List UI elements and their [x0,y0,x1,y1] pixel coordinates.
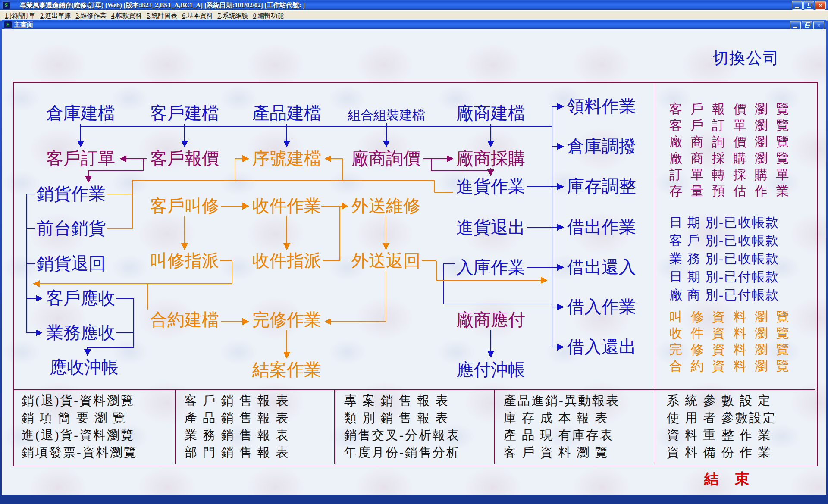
flow-node-payable-writeoff[interactable]: 應付沖帳 [456,361,525,379]
bottom-panel-2: 客 戶 銷 售 報 表產 品 銷 售 報 表業 務 銷 售 報 表部 門 銷 售… [185,392,289,461]
bottom-panel-4: 產品進銷-異動報表庫 存 成 本 報 表產 品 現 有庫存表客 戶 資 料 瀏 … [504,392,620,461]
right-panel-item[interactable]: 存 量 預 估 作 業 [669,182,815,199]
bottom-panel-item[interactable]: 系 統 參 數 設 定 [667,392,777,410]
right-panel-item[interactable]: 合 約 資 料 瀏 覽 [669,357,815,374]
flow-node-vendor-inquiry[interactable]: 廠商詢價 [351,150,420,167]
bottom-panel-item[interactable]: 專 案 銷 售 報 表 [344,392,460,410]
flow-node-vendor-setup[interactable]: 廠商建檔 [456,105,525,122]
flow-node-purchase-receiving[interactable]: 進貨作業 [456,178,525,195]
right-panel-item[interactable]: 客 戶 訂 單 瀏 覽 [669,117,815,133]
right-panel-item[interactable]: 廠 商 詢 價 瀏 覽 [669,133,815,150]
bottom-panel-item[interactable]: 銷 項 簡 要 瀏 覽 [22,410,138,427]
flow-node-repair-complete[interactable]: 完修作業 [252,311,321,329]
right-panel-account-group: 日 期 別-已收帳款客 戶 別-已收帳款業 務 別-已收帳款日 期 別-已付帳款… [669,214,815,304]
bottom-panel-item[interactable]: 類 別 銷 售 報 表 [344,410,460,427]
flow-node-intake-dispatch[interactable]: 收件指派 [252,252,321,269]
right-panel-item[interactable]: 廠 商 採 購 瀏 覽 [669,150,815,166]
right-panel-item[interactable]: 廠 商 別-已付帳款 [669,286,815,304]
flow-node-customer-quote[interactable]: 客戶報價 [150,150,219,167]
flow-node-repair-dispatch[interactable]: 叫修指派 [150,252,219,269]
bottom-panel-5: 系 統 參 數 設 定使 用 者 參數設定資 料 重 整 作 業資 料 備 份 … [667,392,777,461]
flow-node-contract-setup[interactable]: 合約建檔 [150,311,219,329]
right-panel-item[interactable]: 訂 單 轉 採 購 單 [669,166,815,182]
flow-node-inventory-adjust[interactable]: 庫存調整 [567,178,636,195]
application-window: S 專業萬事通進銷存(維修/訂單) (Web) [版本:B23_2,BS1_A,… [0,0,828,504]
bottom-panel-item[interactable]: 銷售交叉-分析報表 [344,427,460,444]
bottom-panel-item[interactable]: 產品進銷-異動報表 [504,392,620,410]
flow-node-customer-setup[interactable]: 客戶建檔 [150,105,219,122]
bottom-panel-item[interactable]: 銷(退)貨-資料瀏覽 [22,392,138,410]
flow-node-borrow-return-out[interactable]: 借入還出 [567,338,636,356]
flow-node-customer-order[interactable]: 客戶訂單 [46,150,115,167]
bottom-panel-item[interactable]: 進(退)貨-資料瀏覽 [22,427,138,444]
right-panel-repair-group: 叫 修 資 料 瀏 覽收 件 資 料 瀏 覽完 修 資 料 瀏 覽合 約 資 料… [669,308,815,374]
flow-node-purchase-return[interactable]: 進貨退出 [456,219,525,236]
bottom-panel-item[interactable]: 銷項發票-資料瀏覽 [22,444,138,461]
right-panel-item[interactable]: 收 件 資 料 瀏 覽 [669,325,815,341]
bottom-panel-1: 銷(退)貨-資料瀏覽銷 項 簡 要 瀏 覽進(退)貨-資料瀏覽銷項發票-資料瀏覽 [22,392,138,461]
flow-node-rep-receivable[interactable]: 業務應收 [46,324,115,341]
bottom-panel-item[interactable]: 資 料 備 份 作 業 [667,444,777,461]
flow-node-material-requisition[interactable]: 領料作業 [567,98,636,115]
flow-node-case-close[interactable]: 結案作業 [252,361,321,379]
flow-node-customer-receivable[interactable]: 客戶應收 [46,290,115,307]
flow-node-warehouse-in[interactable]: 入庫作業 [456,259,525,276]
bottom-panel-item[interactable]: 資 料 重 整 作 業 [667,427,777,444]
flow-node-vendor-purchase[interactable]: 廠商採購 [456,150,525,167]
bottom-panel-item[interactable]: 業 務 銷 售 報 表 [185,427,289,444]
flow-node-sales-operation[interactable]: 銷貨作業 [37,185,106,203]
flow-node-outsourced-repair[interactable]: 外送維修 [351,197,420,215]
flow-node-warehouse-transfer[interactable]: 倉庫調撥 [567,138,636,155]
exit-button[interactable]: 結 束 [704,469,756,489]
bottom-panel-item[interactable]: 產 品 銷 售 報 表 [185,410,289,427]
bottom-panel-item[interactable]: 客 戶 資 料 瀏 覽 [504,444,620,461]
bottom-panel-item[interactable]: 使 用 者 參數設定 [667,410,777,427]
right-panel-item[interactable]: 日 期 別-已付帳款 [669,268,815,286]
flow-node-assembly-setup[interactable]: 組合組裝建檔 [348,109,425,122]
right-panel-quote-group: 客 戶 報 價 瀏 覽客 戶 訂 單 瀏 覽廠 商 詢 價 瀏 覽廠 商 採 購… [669,100,815,199]
right-panel-item[interactable]: 完 修 資 料 瀏 覽 [669,341,815,357]
flow-node-serial-setup[interactable]: 序號建檔 [252,150,321,167]
bottom-panel-item[interactable]: 年度月份-銷售分析 [344,444,460,461]
flow-node-intake-operation[interactable]: 收件作業 [252,197,321,215]
bottom-panel-item[interactable]: 庫 存 成 本 報 表 [504,410,620,427]
right-panel-item[interactable]: 客 戶 別-已收帳款 [669,232,815,250]
right-panel-item[interactable]: 業 務 別-已收帳款 [669,250,815,268]
flow-node-lend-out[interactable]: 借出作業 [567,219,636,236]
flow-node-frontdesk-sales[interactable]: 前台銷貨 [37,220,106,237]
bottom-panel-item[interactable]: 部 門 銷 售 報 表 [185,444,289,461]
bottom-panel-item[interactable]: 產 品 現 有庫存表 [504,427,620,444]
flow-node-borrow-in[interactable]: 借入作業 [567,298,636,316]
flow-node-sales-return[interactable]: 銷貨退回 [37,255,106,272]
flow-node-outsourced-return[interactable]: 外送返回 [351,252,420,269]
flow-node-warehouse-setup[interactable]: 倉庫建檔 [46,105,115,122]
right-panel-item[interactable]: 客 戶 報 價 瀏 覽 [669,100,815,117]
bottom-panel-item[interactable]: 客 戶 銷 售 報 表 [185,392,289,410]
flow-node-product-setup[interactable]: 產品建檔 [252,105,321,122]
flow-node-customer-repair-call[interactable]: 客戶叫修 [150,197,219,215]
flow-node-vendor-payable[interactable]: 廠商應付 [456,311,525,329]
flow-node-receivable-writeoff[interactable]: 應收沖帳 [50,359,119,376]
right-panel-item[interactable]: 叫 修 資 料 瀏 覽 [669,308,815,325]
bottom-panel-3: 專 案 銷 售 報 表類 別 銷 售 報 表銷售交叉-分析報表年度月份-銷售分析 [344,392,460,461]
flow-node-lend-return-in[interactable]: 借出還入 [567,259,636,276]
right-panel-item[interactable]: 日 期 別-已收帳款 [669,214,815,232]
